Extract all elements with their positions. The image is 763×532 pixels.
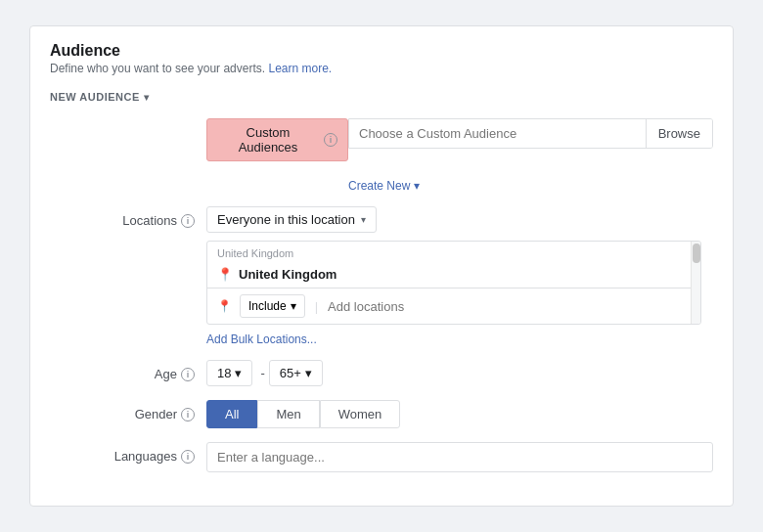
custom-audiences-text: Custom Audiences (217, 125, 319, 155)
audience-card: Audience Define who you want to see your… (29, 25, 734, 507)
locations-form-label: Locations i (50, 206, 206, 228)
custom-audiences-row: Custom Audiences i Browse (50, 118, 713, 161)
custom-audiences-form-label (50, 118, 206, 125)
learn-more-link[interactable]: Learn more. (268, 62, 332, 75)
location-result-text: United Kingdom (239, 267, 337, 282)
age-min-value: 18 (217, 366, 231, 380)
locations-dropdown-value: Everyone in this location (217, 212, 355, 227)
custom-audiences-input[interactable] (349, 119, 646, 148)
new-audience-label: NEW AUDIENCE (50, 91, 140, 103)
include-chevron-icon: ▾ (291, 299, 296, 313)
languages-row: Languages i (50, 442, 713, 472)
age-info-icon[interactable]: i (181, 368, 195, 381)
custom-audiences-input-wrap: Browse (348, 118, 713, 149)
gender-control: All Men Women (206, 400, 713, 428)
languages-label-text: Languages (114, 449, 177, 464)
create-new-row: Create New ▾ (206, 175, 713, 193)
locations-dropdown-chevron-icon: ▾ (361, 214, 366, 225)
card-subtitle: Define who you want to see your adverts.… (50, 62, 713, 75)
new-audience-button[interactable]: NEW AUDIENCE ▾ (50, 91, 149, 103)
locations-dropdown[interactable]: Everyone in this location ▾ (206, 206, 377, 233)
gender-women-button[interactable]: Women (320, 400, 401, 428)
add-bulk-locations-button[interactable]: Add Bulk Locations... (206, 329, 317, 346)
gender-group: All Men Women (206, 400, 713, 428)
age-dash: - (260, 366, 264, 380)
include-dropdown[interactable]: Include ▾ (240, 294, 305, 318)
create-new-button[interactable]: Create New ▾ (348, 175, 420, 193)
locations-row: Locations i Everyone in this location ▾ … (50, 206, 713, 346)
gender-label-text: Gender (135, 407, 177, 421)
gender-all-button[interactable]: All (206, 400, 257, 428)
age-label-text: Age (155, 367, 177, 381)
custom-audiences-label-box: Custom Audiences i (206, 118, 348, 161)
gender-row: Gender i All Men Women (50, 400, 713, 428)
age-row: Age i 18 ▾ - 65+ ▾ (50, 360, 713, 386)
create-new-chevron-icon: ▾ (414, 179, 420, 193)
gender-men-button[interactable]: Men (257, 400, 319, 428)
gender-info-icon[interactable]: i (181, 408, 195, 421)
chevron-down-icon: ▾ (144, 92, 150, 103)
location-search-label: United Kingdom (207, 242, 700, 261)
add-locations-input[interactable] (328, 299, 691, 314)
age-min-select[interactable]: 18 ▾ (206, 360, 252, 386)
browse-button[interactable]: Browse (646, 119, 712, 148)
age-max-chevron-icon: ▾ (305, 366, 312, 380)
languages-form-label: Languages i (50, 442, 206, 464)
languages-info-icon[interactable]: i (181, 450, 195, 464)
locations-info-icon[interactable]: i (181, 214, 195, 228)
gender-form-label: Gender i (50, 400, 206, 421)
pin-icon: 📍 (217, 267, 233, 282)
custom-audiences-info-icon[interactable]: i (324, 133, 337, 147)
age-max-select[interactable]: 65+ ▾ (269, 360, 323, 386)
age-control: 18 ▾ - 65+ ▾ (206, 360, 713, 386)
locations-label-text: Locations (122, 213, 177, 228)
age-form-label: Age i (50, 360, 206, 381)
languages-control (206, 442, 713, 472)
scrollbar-thumb (693, 244, 700, 263)
location-result: 📍 United Kingdom (207, 261, 700, 288)
card-subtitle-text: Define who you want to see your adverts. (50, 62, 268, 75)
include-pin-icon: 📍 (217, 299, 232, 313)
scrollbar-track[interactable] (691, 242, 700, 324)
age-max-value: 65+ (280, 366, 301, 380)
age-min-chevron-icon: ▾ (235, 366, 242, 380)
location-box: United Kingdom 📍 United Kingdom 📍 Includ… (206, 241, 701, 325)
location-include-row: 📍 Include ▾ | (207, 288, 700, 324)
languages-input[interactable] (206, 442, 713, 472)
location-box-wrapper: United Kingdom 📍 United Kingdom 📍 Includ… (206, 241, 713, 346)
create-new-label: Create New (348, 179, 410, 193)
locations-control: Everyone in this location ▾ United Kingd… (206, 206, 713, 346)
include-label: Include (248, 299, 287, 313)
card-title: Audience (50, 42, 713, 60)
